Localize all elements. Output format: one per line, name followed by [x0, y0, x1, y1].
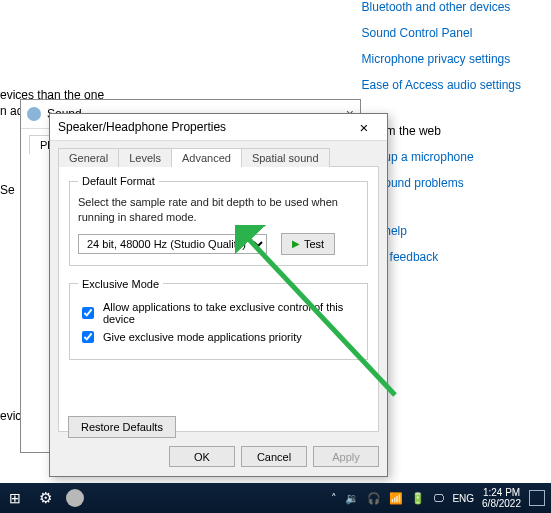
- sample-rate-select[interactable]: 24 bit, 48000 Hz (Studio Quality): [78, 234, 267, 254]
- language-indicator[interactable]: ENG: [452, 493, 474, 504]
- tab-advanced[interactable]: Advanced: [171, 148, 242, 167]
- checkbox-exclusive-priority-input[interactable]: [82, 331, 94, 343]
- link-bluetooth[interactable]: Bluetooth and other devices: [362, 0, 521, 14]
- default-format-group: Default Format Select the sample rate an…: [69, 175, 368, 266]
- default-format-description: Select the sample rate and bit depth to …: [78, 195, 359, 225]
- taskbar-time: 1:24 PM: [482, 487, 521, 499]
- tray-volume-icon[interactable]: 🔉: [345, 492, 359, 505]
- dialog-button-row: OK Cancel Apply: [50, 440, 387, 473]
- properties-titlebar: Speaker/Headphone Properties ×: [50, 114, 387, 141]
- cortana-icon[interactable]: [60, 483, 90, 513]
- test-button[interactable]: ▶ Test: [281, 233, 335, 255]
- advanced-tab-body: Default Format Select the sample rate an…: [58, 167, 379, 432]
- properties-title: Speaker/Headphone Properties: [58, 120, 226, 134]
- ok-button[interactable]: OK: [169, 446, 235, 467]
- tray-battery-icon[interactable]: 🔋: [411, 492, 425, 505]
- tray-monitor-icon[interactable]: 🖵: [433, 492, 444, 504]
- close-icon[interactable]: ×: [349, 119, 379, 136]
- link-ease-of-access-audio[interactable]: Ease of Access audio settings: [362, 78, 521, 92]
- tray-chevron-up-icon[interactable]: ˄: [331, 492, 337, 505]
- tab-levels[interactable]: Levels: [118, 148, 172, 167]
- taskview-icon[interactable]: ⊞: [0, 483, 30, 513]
- tray-wifi-icon[interactable]: 📶: [389, 492, 403, 505]
- link-mic-privacy[interactable]: Microphone privacy settings: [362, 52, 521, 66]
- apply-button[interactable]: Apply: [313, 446, 379, 467]
- exclusive-mode-group: Exclusive Mode Allow applications to tak…: [69, 278, 368, 360]
- taskbar: ⊞ ⚙ ˄ 🔉 🎧 📶 🔋 🖵 ENG 1:24 PM 6/8/2022: [0, 483, 551, 513]
- play-icon: ▶: [292, 238, 300, 249]
- background-text: Se: [0, 183, 15, 197]
- taskbar-date: 6/8/2022: [482, 498, 521, 510]
- tab-spatial-sound[interactable]: Spatial sound: [241, 148, 330, 167]
- restore-defaults-button[interactable]: Restore Defaults: [68, 416, 176, 438]
- settings-icon[interactable]: ⚙: [30, 483, 60, 513]
- speaker-icon: [27, 107, 41, 121]
- default-format-legend: Default Format: [78, 175, 159, 187]
- cancel-button[interactable]: Cancel: [241, 446, 307, 467]
- checkbox-exclusive-priority[interactable]: Give exclusive mode applications priorit…: [78, 328, 359, 346]
- tab-general[interactable]: General: [58, 148, 119, 167]
- exclusive-mode-legend: Exclusive Mode: [78, 278, 163, 290]
- taskbar-clock[interactable]: 1:24 PM 6/8/2022: [482, 487, 521, 510]
- tray-headset-icon[interactable]: 🎧: [367, 492, 381, 505]
- link-sound-control-panel[interactable]: Sound Control Panel: [362, 26, 521, 40]
- background-text: evic: [0, 409, 21, 423]
- checkbox-allow-exclusive-label: Allow applications to take exclusive con…: [103, 301, 359, 325]
- properties-tabs: General Levels Advanced Spatial sound: [58, 147, 379, 167]
- test-button-label: Test: [304, 238, 324, 250]
- checkbox-exclusive-priority-label: Give exclusive mode applications priorit…: [103, 331, 302, 343]
- checkbox-allow-exclusive-input[interactable]: [82, 307, 94, 319]
- action-center-icon[interactable]: [529, 490, 545, 506]
- system-tray: ˄ 🔉 🎧 📶 🔋 🖵 ENG 1:24 PM 6/8/2022: [325, 487, 551, 510]
- checkbox-allow-exclusive[interactable]: Allow applications to take exclusive con…: [78, 301, 359, 325]
